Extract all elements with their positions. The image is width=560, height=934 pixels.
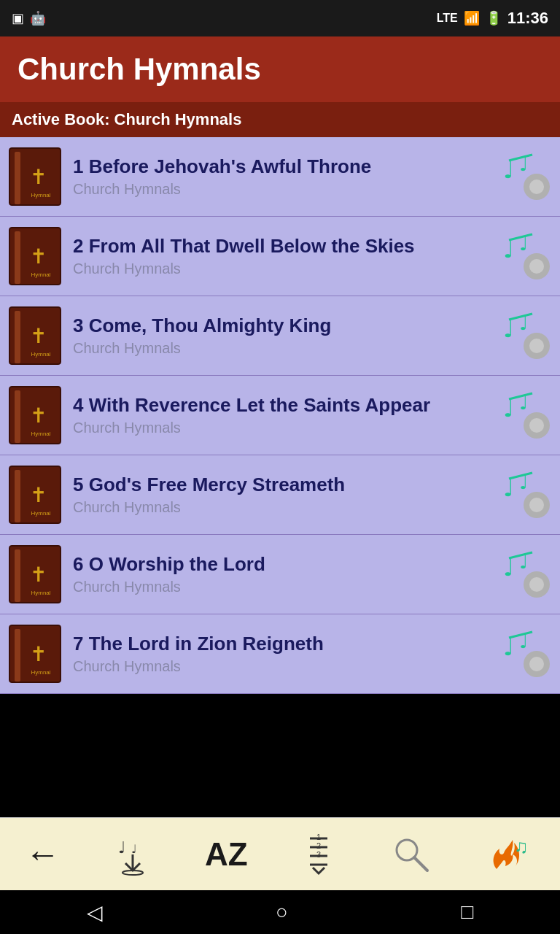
book-cover-text: Hymnal bbox=[25, 431, 57, 437]
signal-icon: 📶 bbox=[464, 10, 480, 26]
svg-point-31 bbox=[529, 657, 544, 671]
hymn-title: 1 Before Jehovah's Awful Throne bbox=[73, 155, 493, 178]
play-music-button[interactable]: ♩ ♩ bbox=[499, 548, 551, 601]
svg-text:♩: ♩ bbox=[131, 843, 137, 855]
svg-text:♩: ♩ bbox=[503, 316, 514, 342]
svg-text:♫: ♫ bbox=[514, 835, 529, 857]
lte-icon: LTE bbox=[437, 12, 458, 25]
svg-point-26 bbox=[529, 577, 544, 592]
hymn-source: Church Hymnals bbox=[73, 260, 493, 277]
music-fire-button[interactable]: ♫ bbox=[478, 827, 540, 882]
svg-text:1: 1 bbox=[316, 833, 321, 841]
book-thumbnail: ✝ Hymnal bbox=[9, 306, 61, 365]
active-book-bar: Active Book: Church Hymnals bbox=[0, 102, 560, 137]
active-book-label: Active Book: Church Hymnals bbox=[12, 110, 241, 129]
hymn-source: Church Hymnals bbox=[73, 579, 493, 595]
app-header: Church Hymnals bbox=[0, 36, 560, 102]
book-cover-text: Hymnal bbox=[25, 510, 57, 517]
svg-text:♩: ♩ bbox=[503, 157, 514, 183]
download-music-icon: ♩ ♩ bbox=[111, 833, 155, 876]
play-music-button[interactable]: ♩ ♩ bbox=[499, 468, 551, 521]
back-button[interactable]: ← bbox=[20, 828, 66, 880]
nav-bar: ◁ ○ □ bbox=[0, 890, 560, 934]
hymn-title: 2 From All That Dwell Below the Skies bbox=[73, 235, 493, 258]
sim-card-icon: ▣ bbox=[12, 10, 24, 26]
sort-az-button[interactable]: AZ bbox=[199, 830, 254, 879]
music-fire-icon: ♫ bbox=[483, 833, 534, 876]
hymn-info: 4 With Reverence Let the Saints Appear C… bbox=[73, 394, 493, 436]
nav-home-button[interactable]: ○ bbox=[264, 895, 300, 930]
back-arrow-icon: ← bbox=[26, 834, 61, 874]
hymn-info: 7 The Lord in Zion Reigneth Church Hymna… bbox=[73, 633, 493, 675]
svg-text:3: 3 bbox=[316, 850, 321, 859]
svg-text:♩: ♩ bbox=[503, 475, 514, 501]
hymn-title: 5 God's Free Mercy Streameth bbox=[73, 474, 493, 496]
status-time: 11:36 bbox=[508, 9, 548, 28]
book-cover-decoration: ✝ bbox=[30, 165, 47, 189]
hymn-info: 6 O Worship the Lord Church Hymnals bbox=[73, 553, 493, 595]
svg-text:♩: ♩ bbox=[503, 236, 514, 263]
status-bar: ▣ 🤖 LTE 📶 🔋 11:36 bbox=[0, 0, 560, 36]
book-cover-text: Hymnal bbox=[25, 590, 57, 596]
svg-text:♩: ♩ bbox=[503, 395, 514, 422]
nav-back-button[interactable]: ◁ bbox=[75, 895, 114, 930]
svg-point-1 bbox=[529, 180, 544, 194]
book-cover-text: Hymnal bbox=[25, 271, 57, 278]
svg-point-21 bbox=[529, 498, 544, 512]
hymn-list-item[interactable]: ✝ Hymnal 1 Before Jehovah's Awful Throne… bbox=[0, 137, 560, 217]
play-music-button[interactable]: ♩ ♩ bbox=[499, 389, 551, 441]
sort-number-button[interactable]: 1 2 3 bbox=[292, 827, 345, 882]
book-cover-decoration: ✝ bbox=[30, 324, 47, 348]
svg-text:2: 2 bbox=[316, 841, 321, 850]
hymn-source: Church Hymnals bbox=[73, 340, 493, 357]
hymn-source: Church Hymnals bbox=[73, 181, 493, 198]
hymn-source: Church Hymnals bbox=[73, 420, 493, 436]
hymn-source: Church Hymnals bbox=[73, 658, 493, 675]
book-thumbnail: ✝ Hymnal bbox=[9, 147, 61, 206]
play-music-button[interactable]: ♩ ♩ bbox=[499, 230, 551, 282]
svg-line-46 bbox=[414, 857, 427, 871]
android-icon: 🤖 bbox=[30, 10, 46, 26]
play-music-button[interactable]: ♩ ♩ bbox=[499, 150, 551, 203]
svg-point-37 bbox=[122, 871, 143, 875]
hymn-list-item[interactable]: ✝ Hymnal 2 From All That Dwell Below the… bbox=[0, 217, 560, 296]
hymn-source: Church Hymnals bbox=[73, 499, 493, 516]
play-music-button[interactable]: ♩ ♩ bbox=[499, 309, 551, 362]
download-music-button[interactable]: ♩ ♩ bbox=[105, 827, 160, 882]
book-cover-text: Hymnal bbox=[25, 192, 57, 198]
hymn-title: 6 O Worship the Lord bbox=[73, 553, 493, 576]
book-cover-decoration: ✝ bbox=[30, 642, 47, 666]
nav-recent-button[interactable]: □ bbox=[449, 895, 485, 930]
hymn-list-item[interactable]: ✝ Hymnal 4 With Reverence Let the Saints… bbox=[0, 376, 560, 455]
hymn-info: 1 Before Jehovah's Awful Throne Church H… bbox=[73, 155, 493, 198]
play-music-button[interactable]: ♩ ♩ bbox=[499, 628, 551, 680]
book-thumbnail: ✝ Hymnal bbox=[9, 466, 61, 524]
book-thumbnail: ✝ Hymnal bbox=[9, 386, 61, 444]
svg-text:♩: ♩ bbox=[118, 838, 125, 857]
hymn-list-item[interactable]: ✝ Hymnal 6 O Worship the Lord Church Hym… bbox=[0, 535, 560, 614]
book-thumbnail: ✝ Hymnal bbox=[9, 625, 61, 683]
hymn-list-item[interactable]: ✝ Hymnal 5 God's Free Mercy Streameth Ch… bbox=[0, 455, 560, 535]
bottom-toolbar: ← ♩ ♩ AZ 1 2 3 bbox=[0, 817, 560, 890]
svg-point-16 bbox=[529, 418, 544, 433]
hymn-list-item[interactable]: ✝ Hymnal 3 Come, Thou Almighty King Chur… bbox=[0, 296, 560, 376]
book-thumbnail: ✝ Hymnal bbox=[9, 545, 61, 603]
svg-text:♩: ♩ bbox=[503, 634, 514, 660]
hymn-list: ✝ Hymnal 1 Before Jehovah's Awful Throne… bbox=[0, 137, 560, 694]
hymn-info: 3 Come, Thou Almighty King Church Hymnal… bbox=[73, 314, 493, 357]
book-cover-decoration: ✝ bbox=[30, 483, 47, 507]
hymn-title: 4 With Reverence Let the Saints Appear bbox=[73, 394, 493, 417]
search-button[interactable] bbox=[384, 827, 439, 882]
book-cover-decoration: ✝ bbox=[30, 563, 47, 587]
book-cover-text: Hymnal bbox=[25, 351, 57, 358]
az-icon: AZ bbox=[205, 836, 248, 873]
book-cover-decoration: ✝ bbox=[30, 404, 47, 428]
hymn-info: 5 God's Free Mercy Streameth Church Hymn… bbox=[73, 474, 493, 516]
battery-icon: 🔋 bbox=[486, 10, 502, 26]
book-cover-text: Hymnal bbox=[25, 669, 57, 676]
hymn-title: 7 The Lord in Zion Reigneth bbox=[73, 633, 493, 655]
hymn-title: 3 Come, Thou Almighty King bbox=[73, 314, 493, 337]
book-thumbnail: ✝ Hymnal bbox=[9, 227, 61, 285]
hymn-list-item[interactable]: ✝ Hymnal 7 The Lord in Zion Reigneth Chu… bbox=[0, 614, 560, 694]
hymn-info: 2 From All That Dwell Below the Skies Ch… bbox=[73, 235, 493, 277]
